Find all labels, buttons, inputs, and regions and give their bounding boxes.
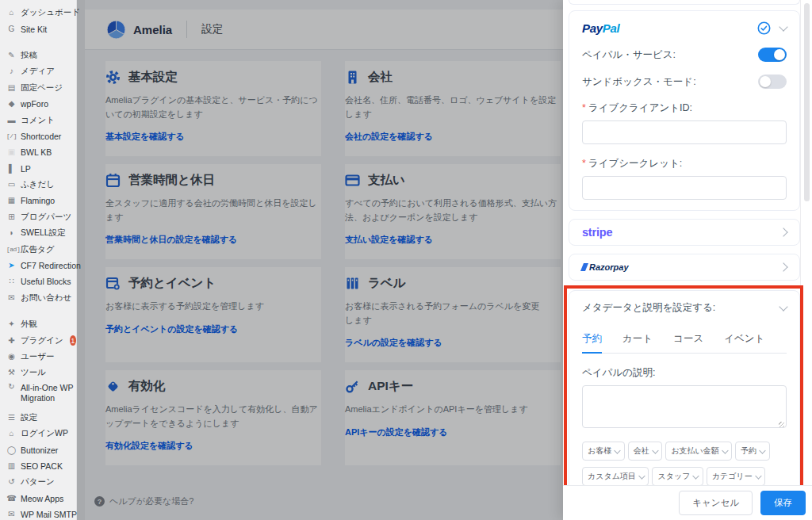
chevron-down-icon [639,472,645,479]
paypal-service-toggle[interactable] [758,48,787,62]
sandbox-mode-row: サンドボックス・モード: [582,75,787,89]
sidebar-item-label: CF7 Redirection [21,261,81,270]
speech-balloon-icon: ▭ [6,181,17,189]
scrolled-card-edge [569,0,800,5]
sidebar-item-plugins[interactable]: ✚プラグイン1 [0,332,76,348]
blog-parts-icon: ⊞ [6,213,17,221]
drawer-scrollbar[interactable] [800,0,812,520]
paypal-description-textarea[interactable] [582,385,787,428]
metadata-title: メタデータと説明を設定する: [582,301,715,315]
wp-admin-sidebar: ⌂ダッシュボード GSite Kit ✎投稿 ♪メディア ▤固定ページ ◆wpF… [0,0,77,520]
resize-grip-icon[interactable] [779,422,784,427]
lp-icon: ▌ [6,165,17,173]
shortcoder-icon: [/] [6,133,17,140]
sidebar-item-sitekit[interactable]: GSite Kit [0,21,76,36]
media-icon: ♪ [6,67,17,75]
modal-overlay [77,0,563,520]
paypal-section: PayPal ペイパル・サービス: サンドボックス・モード: *ライブクライアン… [569,10,800,211]
plugin-icon: ✚ [6,337,17,345]
sidebar-item-settings[interactable]: ☰設定 [0,410,76,426]
sidebar-item-label: プラグイン [21,335,63,346]
sidebar-item-shortcoder[interactable]: [/]Shortcoder [0,128,76,144]
sidebar-item-seopack[interactable]: ▥SEO PACK [0,458,76,474]
sidebar-item-label: Site Kit [21,25,47,34]
sandbox-mode-toggle[interactable] [758,75,787,89]
sidebar-item-pages[interactable]: ▤固定ページ [0,80,76,96]
save-button[interactable]: 保存 [760,491,806,515]
razorpay-logo: Razorpay [582,262,629,272]
sidebar-item-label: LP [21,164,31,174]
chevron-down-icon[interactable] [779,302,787,311]
sidebar-item-fukidashi[interactable]: ▭ふきだし [0,177,76,193]
sidebar-item-dashboard[interactable]: ⌂ダッシュボード [0,5,76,21]
tab-package[interactable]: コース [673,326,703,353]
chip-customer[interactable]: お客様 [582,442,625,461]
chevron-down-icon[interactable] [779,22,787,31]
sidebar-item-wp-mail-smtp[interactable]: ✉WP Mail SMTP [0,507,76,520]
sidebar-item-media[interactable]: ♪メディア [0,63,76,79]
amelia-admin-area: Amelia 設定 基本設定 Ameliaプラグインの基本設定と、サービス・予約… [77,0,563,520]
sidebar-item-label: Useful Blocks [21,277,71,286]
chevron-right-icon [779,262,787,271]
sidebar-item-label: ツール [21,367,46,378]
chevron-right-icon [779,228,787,236]
sidebar-item-label: All-in-One WP Migration [21,383,76,403]
sidebar-item-useful-blocks[interactable]: ∷Useful Blocks [0,273,76,289]
sidebar-item-lp[interactable]: ▌LP [0,161,76,177]
sidebar-item-label: 投稿 [21,50,37,61]
sidebar-item-label: 設定 [21,412,37,423]
chip-category[interactable]: カテゴリー [707,467,765,486]
bwlkb-icon: ▣ [6,148,17,156]
stripe-section[interactable]: stripe [569,219,800,246]
sidebar-item-flamingo[interactable]: ▦Flamingo [0,193,76,208]
payment-settings-drawer: PayPal ペイパル・サービス: サンドボックス・モード: *ライブクライアン… [563,0,812,520]
chip-employee[interactable]: スタッフ [652,467,703,486]
chip-payment-amount[interactable]: お支払い金額 [665,442,732,461]
chip-company[interactable]: 会社 [628,442,663,461]
live-secret-input[interactable] [582,176,787,200]
users-icon: ◉ [6,353,17,361]
tab-appointment[interactable]: 予約 [582,326,602,354]
sidebar-item-contact[interactable]: ✉お問い合わせ [0,290,76,306]
chip-custom-fields[interactable]: カスタム項目 [582,467,649,486]
sidebar-item-appearance[interactable]: ✦外観 [0,316,76,332]
razorpay-section[interactable]: Razorpay [569,254,800,281]
sidebar-item-meow-apps[interactable]: ☎Meow Apps [0,491,76,507]
chevron-down-icon [652,447,658,453]
scrollbar-thumb[interactable] [804,3,810,201]
sidebar-item-wpforo[interactable]: ◆wpForo [0,96,76,112]
sidebar-item-label: ブログパーツ [21,212,71,223]
tab-cart[interactable]: カート [622,326,653,353]
paypal-section-header[interactable]: PayPal [582,21,787,35]
migration-icon: ↻ [6,383,17,391]
sidebar-item-patterns[interactable]: ↺パターン [0,474,76,490]
sidebar-item-loginwp[interactable]: ⌂ログインWP [0,426,76,442]
pages-icon: ▤ [6,84,17,92]
tab-event[interactable]: イベント [724,326,764,353]
chip-appointment[interactable]: 予約 [735,442,770,461]
tools-icon: ⚒ [6,369,17,377]
live-client-id-input[interactable] [582,120,787,144]
sidebar-item-blogparts[interactable]: ⊞ブログパーツ [0,209,76,225]
sidebar-item-cf7-redirection[interactable]: ➤CF7 Redirection [0,258,76,273]
sidebar-item-comments[interactable]: ▬コメント [0,112,76,128]
sidebar-item-users[interactable]: ◉ユーザー [0,349,76,365]
sidebar-item-label: メディア [21,66,55,77]
sidebar-item-label: 広告タグ [21,244,55,255]
chevron-down-icon [760,447,766,453]
sidebar-item-posts[interactable]: ✎投稿 [0,48,76,63]
sidebar-item-buttonizer[interactable]: ◯Buttonizer [0,442,76,457]
patterns-icon: ↺ [6,478,17,486]
metadata-section-header[interactable]: メタデータと説明を設定する: [582,301,787,315]
seo-pack-icon: ▥ [6,462,17,470]
sidebar-item-swell[interactable]: ◗SWELL設定 [0,225,76,241]
sidebar-item-bwlkb[interactable]: ▣BWL KB [0,144,76,160]
sidebar-item-adtag[interactable]: [ad]広告タグ [0,241,76,257]
flamingo-icon: ▦ [6,197,17,205]
sidebar-item-label: ダッシュボード [21,7,80,18]
cancel-button[interactable]: キャンセル [679,491,753,515]
sidebar-item-label: 固定ページ [21,82,63,94]
sidebar-item-tools[interactable]: ⚒ツール [0,365,76,380]
sidebar-item-label: SWELL設定 [21,228,66,239]
sidebar-item-aio-migration[interactable]: ↻All-in-One WP Migration [0,381,76,410]
